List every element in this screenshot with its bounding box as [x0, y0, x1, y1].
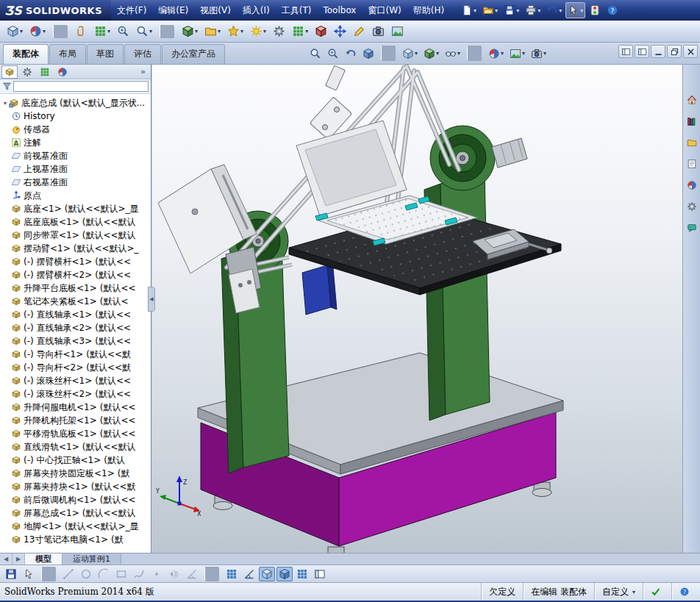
panel-overflow-button[interactable]: » [140, 67, 149, 76]
open-part-icon[interactable] [202, 24, 223, 40]
status-custom[interactable]: 自定义 [594, 583, 643, 601]
status-help-icon[interactable] [671, 583, 700, 601]
tree-item[interactable]: (-) 导向杆<2> (默认<<默 [1, 361, 151, 374]
annotations-icon[interactable] [351, 24, 368, 40]
apply-scene-icon[interactable] [507, 46, 527, 61]
menu-file[interactable]: 文件(F) [111, 0, 152, 21]
mate-icon[interactable] [73, 24, 90, 40]
tree-item[interactable]: (-) 直线轴承<3> (默认<< [1, 334, 151, 348]
file-explorer-icon[interactable] [685, 135, 699, 150]
tree-item[interactable]: 摆动臂<1> (默认<<默认>_ [1, 242, 151, 255]
tree-item[interactable]: (-) 直线轴承<1> (默认<< [1, 308, 151, 321]
tree-filter-input[interactable] [13, 81, 149, 92]
tree-item[interactable]: 升降机构托架<1> (默认<< [1, 414, 151, 427]
view-orientation-icon[interactable] [400, 46, 420, 61]
solidworks-forum-icon[interactable] [685, 221, 699, 235]
displaymanager-tab-icon[interactable] [54, 65, 71, 79]
tree-item[interactable]: 屏幕总成<1> (默认<<默认 [1, 506, 151, 520]
tab-sketch[interactable]: 草图 [87, 44, 124, 64]
tree-item[interactable]: 传感器 [1, 123, 151, 136]
motion-icon[interactable] [271, 24, 288, 40]
hide-show-items-icon[interactable] [443, 46, 463, 61]
zoom-in-icon[interactable] [115, 24, 132, 40]
tree-item[interactable]: 前后微调机构<1> (默认<< [1, 493, 151, 506]
tree-item[interactable]: 原点 [1, 189, 151, 202]
restore-window-icon[interactable] [667, 45, 682, 58]
tree-item[interactable]: (-) 摆臂横杆<1> (默认<< [1, 255, 151, 268]
tree-item[interactable]: 同步带罩<1> (默认<<默认 [1, 229, 151, 242]
model-top-clamp[interactable] [326, 65, 346, 90]
point-tool-icon[interactable] [149, 567, 165, 581]
open-icon[interactable] [480, 2, 500, 18]
shaded-view-icon[interactable] [276, 567, 293, 581]
mirror-tool-icon[interactable] [166, 567, 182, 581]
minimize-window-icon[interactable] [651, 45, 665, 58]
save-icon[interactable] [501, 2, 521, 18]
tree-item[interactable]: History [1, 110, 151, 123]
tree-root-item[interactable]: ▾ 底座总成 (默认<默认_显示状... [1, 96, 151, 110]
trim-tool-icon[interactable] [184, 567, 200, 581]
menu-insert[interactable]: 插入(I) [237, 0, 276, 21]
tab-motion-study-1[interactable]: 运动算例1 [63, 553, 121, 565]
assembly-appearance-icon[interactable] [248, 24, 268, 40]
collapse-pane-icon[interactable] [618, 45, 633, 58]
filter-funnel-icon[interactable] [2, 82, 12, 91]
line-tool-icon[interactable] [60, 567, 76, 581]
tree-item[interactable]: (-) 滚珠丝杆<2> (默认<< [1, 387, 151, 401]
menu-help[interactable]: 帮助(H) [407, 0, 450, 21]
tree-item[interactable]: 升降平台底板<1> (默认<< [1, 282, 151, 295]
tree-item[interactable]: (-) 中心找正轴<1> (默认 [1, 454, 151, 467]
split-view-icon[interactable] [312, 567, 328, 581]
view-settings-icon[interactable] [4, 24, 25, 40]
collapse-icon[interactable]: ▾ [1, 100, 9, 107]
tree-item[interactable]: 平移滑轨底板<1> (默认<< [1, 427, 151, 440]
status-under-defined[interactable]: 欠定义 [481, 583, 523, 601]
linear-pattern-icon[interactable] [290, 24, 310, 40]
tree-item[interactable]: 前视基准面 [1, 149, 151, 162]
save-icon[interactable] [3, 567, 19, 581]
featuremanager-tab-icon[interactable] [1, 65, 18, 79]
smart-fasteners-icon[interactable] [225, 24, 246, 40]
configurationmanager-tab-icon[interactable] [37, 65, 53, 79]
zoom-to-fit-icon[interactable] [307, 46, 324, 61]
view-palette-icon[interactable] [685, 157, 699, 171]
circle-tool-icon[interactable] [78, 567, 94, 581]
insert-component-icon[interactable] [179, 24, 200, 40]
solidworks-resources-icon[interactable] [685, 93, 699, 107]
tab-office-products[interactable]: 办公室产品 [162, 44, 225, 64]
tree-item[interactable]: 屏幕夹持块<1> (默认<<默 [1, 480, 151, 493]
undo-icon[interactable] [544, 2, 564, 18]
propertymanager-tab-icon[interactable] [19, 65, 35, 79]
tab-evaluate[interactable]: 评估 [124, 44, 161, 64]
new-document-icon[interactable] [459, 2, 479, 18]
spline-tool-icon[interactable] [131, 567, 147, 581]
zoom-to-area-icon[interactable] [325, 46, 341, 61]
view-settings-2-icon[interactable] [529, 46, 549, 61]
interference-detection-icon[interactable] [312, 24, 329, 40]
status-ok-icon[interactable] [643, 583, 671, 601]
tree-item[interactable]: (-) 摆臂横杆<2> (默认<< [1, 268, 151, 282]
model-pivot-shaft[interactable] [492, 138, 527, 168]
zoom-tools-icon[interactable] [134, 24, 154, 40]
tree-item[interactable]: (-) 导向杆<1> (默认<<默 [1, 348, 151, 361]
menu-window[interactable]: 窗口(W) [362, 0, 407, 21]
display-style-icon[interactable] [421, 46, 441, 61]
tree-item[interactable]: 直线滑轨<1> (默认<<默认 [1, 440, 151, 454]
menu-view[interactable]: 视图(V) [194, 0, 237, 21]
close-window-icon[interactable] [683, 45, 698, 58]
tree-item[interactable]: 底座底板<1> (默认<<默认 [1, 215, 151, 229]
draft-grid-icon[interactable] [294, 567, 310, 581]
rebuild-icon[interactable] [587, 2, 603, 18]
tree-item[interactable]: 笔记本夹紧板<1> (默认< [1, 295, 151, 308]
menu-edit[interactable]: 编辑(E) [152, 0, 194, 21]
arc-tool-icon[interactable] [96, 567, 112, 581]
tree-item[interactable]: 注解 [1, 136, 151, 149]
tree-item[interactable]: 右视基准面 [1, 176, 151, 189]
model-pendant-box[interactable] [302, 265, 337, 315]
component-pattern-icon[interactable] [92, 24, 113, 40]
section-view-icon[interactable] [360, 46, 376, 61]
tree-item[interactable]: 底座<1> (默认<<默认>_显 [1, 202, 151, 215]
edit-appearance-icon[interactable] [486, 46, 506, 61]
move-component-icon[interactable] [332, 24, 349, 40]
grid-snap-icon[interactable] [224, 567, 240, 581]
